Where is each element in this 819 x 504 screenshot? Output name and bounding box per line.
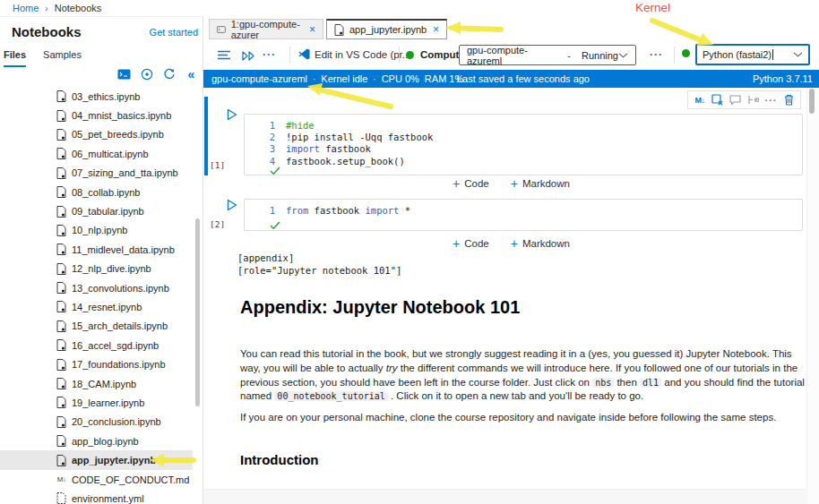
file-item-13_convolutions.ipynb[interactable]: 13_convolutions.ipynb	[0, 278, 193, 297]
convert-to-markdown-icon[interactable]: M↓	[695, 96, 705, 105]
notebook-file-icon	[56, 205, 67, 218]
add-code-button[interactable]: +Code	[453, 177, 489, 190]
edit-in-vscode-button[interactable]: Edit in VS Code (pr...	[298, 48, 410, 60]
file-item-app_jupyter.ipynb[interactable]: app_jupyter.ipynb	[0, 450, 193, 469]
toolbar-divider	[674, 47, 675, 64]
tab-app-jupyter-notebook[interactable]: app_jupyter.ipynb ×	[326, 19, 447, 39]
dot-separator: ·	[373, 74, 375, 84]
file-name: 04_mnist_basics.ipynb	[72, 110, 171, 121]
markdown-file-icon: M↓	[56, 474, 67, 486]
doc-paragraph: If you are on your personal machine, clo…	[240, 411, 806, 425]
file-item-05_pet_breeds.ipynb[interactable]: 05_pet_breeds.ipynb	[0, 125, 193, 144]
file-item-17_foundations.ipynb[interactable]: 17_foundations.ipynb	[0, 355, 193, 373]
code-editor[interactable]: 1from fastbook import *	[245, 200, 802, 217]
delete-cell-icon[interactable]	[784, 94, 794, 106]
code-editor[interactable]: 1#hide2!pip install -Uqq fastbook3import…	[245, 115, 802, 167]
refresh-icon[interactable]	[162, 67, 176, 81]
run-cell-button[interactable]	[227, 199, 238, 211]
cell-more-icon[interactable]: ···	[765, 95, 778, 106]
plus-icon: +	[511, 237, 518, 250]
file-item-CODE_OF_CONDUCT.md[interactable]: M↓CODE_OF_CONDUCT.md	[0, 470, 193, 489]
file-item-app_blog.ipynb[interactable]: app_blog.ipynb	[0, 431, 193, 450]
file-item-08_collab.ipynb[interactable]: 08_collab.ipynb	[0, 183, 193, 201]
file-name: 13_convolutions.ipynb	[72, 283, 169, 294]
more-actions-icon[interactable]: ···	[263, 48, 276, 61]
file-item-18_CAM.ipynb[interactable]: 18_CAM.ipynb	[0, 374, 193, 393]
add-markdown-button[interactable]: +Markdown	[511, 177, 570, 190]
azureml-notebooks-app: Home › Notebooks Notebooks Get started F…	[0, 0, 819, 504]
run-cell-button[interactable]	[227, 108, 238, 121]
menu-icon[interactable]	[218, 48, 230, 64]
plus-icon: +	[511, 177, 518, 190]
file-item-10_nlp.ipynb[interactable]: 10_nlp.ipynb	[0, 221, 193, 240]
notebook-file-icon	[56, 224, 67, 236]
notebook-file-icon	[56, 128, 67, 141]
compute-value: gpu-compute-azureml	[467, 45, 556, 66]
file-item-15_arch_details.ipynb[interactable]: 15_arch_details.ipynb	[0, 317, 193, 336]
comment-icon[interactable]	[729, 95, 741, 105]
file-item-12_nlp_dive.ipynb[interactable]: 12_nlp_dive.ipynb	[0, 260, 193, 278]
kernel-value: Python (fastai2)	[703, 49, 772, 60]
text-caret	[772, 49, 773, 60]
close-icon[interactable]: ×	[433, 23, 439, 36]
file-item-06_multicat.ipynb[interactable]: 06_multicat.ipynb	[0, 144, 193, 163]
compute-more-icon[interactable]: ···	[650, 48, 663, 61]
file-name: 18_CAM.ipynb	[72, 379, 136, 389]
chevron-down-icon	[618, 53, 628, 58]
add-markdown-button[interactable]: +Markdown	[511, 237, 570, 250]
file-name: 15_arch_details.ipynb	[72, 320, 168, 331]
collapse-sidebar-icon[interactable]: «	[185, 67, 198, 81]
file-item-14_resnet.ipynb[interactable]: 14_resnet.ipynb	[0, 297, 193, 316]
statusbar-compute: gpu-compute-azureml	[211, 73, 307, 84]
annotation-kernel-label: Kernel	[635, 1, 670, 14]
file-item-11_midlevel_data.ipynb[interactable]: 11_midlevel_data.ipynb	[0, 240, 193, 259]
file-name: app_blog.ipynb	[72, 436, 139, 447]
run-all-icon[interactable]	[242, 48, 256, 64]
file-name: 19_learner.ipynb	[72, 397, 144, 408]
notebook-file-icon	[56, 397, 67, 409]
tab-terminal-gpu-compute[interactable]: 1:gpu-compute-azurer ×	[209, 19, 323, 39]
compute-select[interactable]: gpu-compute-azureml - Running	[459, 45, 636, 65]
file-name: 07_sizing_and_tta.ipynb	[72, 167, 178, 178]
terminal-icon[interactable]	[117, 67, 131, 81]
kernel-select[interactable]: Python (fastai2)	[695, 44, 810, 65]
compute-dash: -	[567, 50, 571, 61]
notebook-file-icon	[56, 109, 67, 122]
add-markdown-label: Markdown	[522, 238, 570, 249]
file-item-environment.yml[interactable]: environment.yml	[0, 489, 193, 504]
file-name: 20_conclusion.ipynb	[72, 416, 161, 427]
file-item-03_ethics.ipynb[interactable]: 03_ethics.ipynb	[0, 87, 193, 106]
success-check-icon	[270, 163, 280, 172]
notebook-scrollbar-track[interactable]	[806, 88, 819, 504]
notebook-file-icon	[56, 186, 67, 199]
file-name: environment.yml	[72, 493, 144, 504]
sidebar-scrollbar[interactable]	[195, 218, 200, 406]
close-icon[interactable]: ×	[309, 23, 315, 36]
file-name: 11_midlevel_data.ipynb	[72, 244, 175, 255]
tab-files[interactable]: Files	[4, 49, 26, 67]
file-item-07_sizing_and_tta.ipynb[interactable]: 07_sizing_and_tta.ipynb	[0, 164, 193, 183]
add-circle-icon[interactable]	[140, 67, 153, 81]
file-item-19_learner.ipynb[interactable]: 19_learner.ipynb	[0, 393, 193, 412]
statusbar-left: gpu-compute-azureml · Kernel idle · CPU …	[211, 73, 463, 84]
notebook-scrollbar-thumb[interactable]	[809, 89, 815, 114]
file-name: 06_multicat.ipynb	[72, 149, 149, 159]
clear-outputs-icon[interactable]	[711, 94, 723, 106]
breadcrumb-home-link[interactable]: Home	[13, 3, 39, 13]
get-started-link[interactable]: Get started	[150, 27, 198, 38]
markdown-source[interactable]: [appendix] [role="Jupyter notebook 101"]	[237, 252, 401, 277]
file-item-04_mnist_basics.ipynb[interactable]: 04_mnist_basics.ipynb	[0, 106, 193, 124]
split-cell-icon[interactable]	[747, 95, 759, 105]
file-item-09_tabular.ipynb[interactable]: 09_tabular.ipynb	[0, 201, 193, 220]
execution-count: [2]	[210, 219, 225, 229]
code-cell[interactable]: 1#hide2!pip install -Uqq fastbook3import…	[244, 114, 803, 175]
doc-heading-appendix: Appendix: Jupyter Notebook 101	[240, 297, 520, 318]
add-code-button[interactable]: +Code	[453, 237, 489, 250]
file-name: CODE_OF_CONDUCT.md	[72, 474, 189, 485]
code-cell[interactable]: 1from fastbook import *	[244, 199, 803, 231]
file-item-20_conclusion.ipynb[interactable]: 20_conclusion.ipynb	[0, 413, 193, 431]
notebook-file-icon	[56, 415, 67, 428]
file-item-16_accel_sgd.ipynb[interactable]: 16_accel_sgd.ipynb	[0, 336, 193, 355]
file-name: 10_nlp.ipynb	[72, 225, 127, 235]
tab-samples[interactable]: Samples	[43, 49, 82, 67]
